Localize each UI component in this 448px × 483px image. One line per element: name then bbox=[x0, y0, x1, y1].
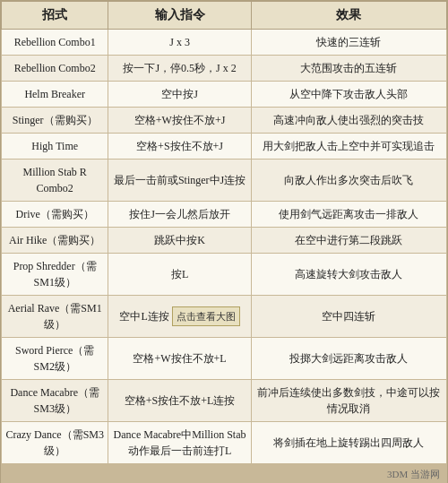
table-row: Stinger（需购买）空格+W按住不放+J高速冲向敌人使出强烈的突击技 bbox=[2, 108, 447, 134]
skill-input: 空格+W按住不放+J bbox=[108, 108, 251, 134]
skill-input: 空格+S按住不放+L连按 bbox=[108, 380, 251, 422]
table-row: Rebellion Combo2按一下J，停0.5秒，J x 2大范围攻击的五连… bbox=[2, 56, 447, 82]
skill-name: Sword Pierce（需SM2级） bbox=[2, 338, 108, 380]
table-row: Sword Pierce（需SM2级）空格+W按住不放+L投掷大剑远距离攻击敌人 bbox=[2, 338, 447, 380]
skill-effect: 高速旋转大剑攻击敌人 bbox=[251, 254, 446, 296]
table-row: Aerial Rave（需SM1级）空中L连按 点击查看大图空中四连斩 bbox=[2, 296, 447, 338]
skill-effect: 前冲后连续使出多数剑技，中途可以按情况取消 bbox=[251, 380, 446, 422]
skill-input: 空中按J bbox=[108, 82, 251, 108]
skill-name: Rebellion Combo1 bbox=[2, 30, 108, 56]
view-image-button[interactable]: 点击查看大图 bbox=[172, 306, 240, 327]
skill-name: Rebellion Combo2 bbox=[2, 56, 108, 82]
skill-input: 按住J一会儿然后放开 bbox=[108, 202, 251, 228]
skill-input: Dance Macabre中Million Stab动作最后一击前连打L bbox=[108, 422, 251, 464]
col-header-skill: 招式 bbox=[2, 2, 108, 30]
skill-effect: 从空中降下攻击敌人头部 bbox=[251, 82, 446, 108]
skill-name: Aerial Rave（需SM1级） bbox=[2, 296, 108, 338]
skill-name: Crazy Dance（需SM3级） bbox=[2, 422, 108, 464]
table-row: Drive（需购买）按住J一会儿然后放开使用剑气远距离攻击一排敌人 bbox=[2, 202, 447, 228]
col-header-input: 输入指令 bbox=[108, 2, 251, 30]
skill-effect: 使用剑气远距离攻击一排敌人 bbox=[251, 202, 446, 228]
footer-bar: 3DM 当游网 bbox=[1, 464, 447, 483]
table-row: High Time空格+S按住不放+J用大剑把敌人击上空中并可实现追击 bbox=[2, 134, 447, 160]
skill-effect: 用大剑把敌人击上空中并可实现追击 bbox=[251, 134, 446, 160]
skill-name: Helm Breaker bbox=[2, 82, 108, 108]
skill-effect: 向敌人作出多次突击后吹飞 bbox=[251, 160, 446, 202]
table-row: Air Hike（需购买）跳跃中按K在空中进行第二段跳跃 bbox=[2, 228, 447, 254]
col-header-effect: 效果 bbox=[251, 2, 446, 30]
skill-name: Prop Shredder（需SM1级） bbox=[2, 254, 108, 296]
skill-effect: 空中四连斩 bbox=[251, 296, 446, 338]
table-row: Crazy Dance（需SM3级）Dance Macabre中Million … bbox=[2, 422, 447, 464]
table-row: Helm Breaker空中按J从空中降下攻击敌人头部 bbox=[2, 82, 447, 108]
skill-input: 空格+S按住不放+J bbox=[108, 134, 251, 160]
skill-effect: 高速冲向敌人使出强烈的突击技 bbox=[251, 108, 446, 134]
skill-input: 按L bbox=[108, 254, 251, 296]
skill-effect: 投掷大剑远距离攻击敌人 bbox=[251, 338, 446, 380]
table-row: Rebellion Combo1J x 3快速的三连斩 bbox=[2, 30, 447, 56]
table-row: Prop Shredder（需SM1级）按L高速旋转大剑攻击敌人 bbox=[2, 254, 447, 296]
skill-name: Drive（需购买） bbox=[2, 202, 108, 228]
skill-name: Dance Macabre（需SM3级） bbox=[2, 380, 108, 422]
skill-input: 空格+W按住不放+L bbox=[108, 338, 251, 380]
table-row: Million Stab R Combo2最后一击前或Stinger中J连按向敌… bbox=[2, 160, 447, 202]
table-header-row: 招式 输入指令 效果 bbox=[2, 2, 447, 30]
table-row: Dance Macabre（需SM3级）空格+S按住不放+L连按前冲后连续使出多… bbox=[2, 380, 447, 422]
footer-text: 3DM 当游网 bbox=[387, 468, 440, 481]
skill-effect: 快速的三连斩 bbox=[251, 30, 446, 56]
main-table-container: 招式 输入指令 效果 Rebellion Combo1J x 3快速的三连斩Re… bbox=[0, 0, 448, 483]
skill-name: Million Stab R Combo2 bbox=[2, 160, 108, 202]
skill-input: 空中L连按 点击查看大图 bbox=[108, 296, 251, 338]
skill-effect: 将剑插在地上旋转踢出四周敌人 bbox=[251, 422, 446, 464]
skill-name: Stinger（需购买） bbox=[2, 108, 108, 134]
skill-input: 最后一击前或Stinger中J连按 bbox=[108, 160, 251, 202]
skill-name: High Time bbox=[2, 134, 108, 160]
skill-input: 跳跃中按K bbox=[108, 228, 251, 254]
skills-table: 招式 输入指令 效果 Rebellion Combo1J x 3快速的三连斩Re… bbox=[1, 1, 447, 464]
skill-input: 按一下J，停0.5秒，J x 2 bbox=[108, 56, 251, 82]
skill-name: Air Hike（需购买） bbox=[2, 228, 108, 254]
skill-effect: 大范围攻击的五连斩 bbox=[251, 56, 446, 82]
skill-effect: 在空中进行第二段跳跃 bbox=[251, 228, 446, 254]
skill-input: J x 3 bbox=[108, 30, 251, 56]
